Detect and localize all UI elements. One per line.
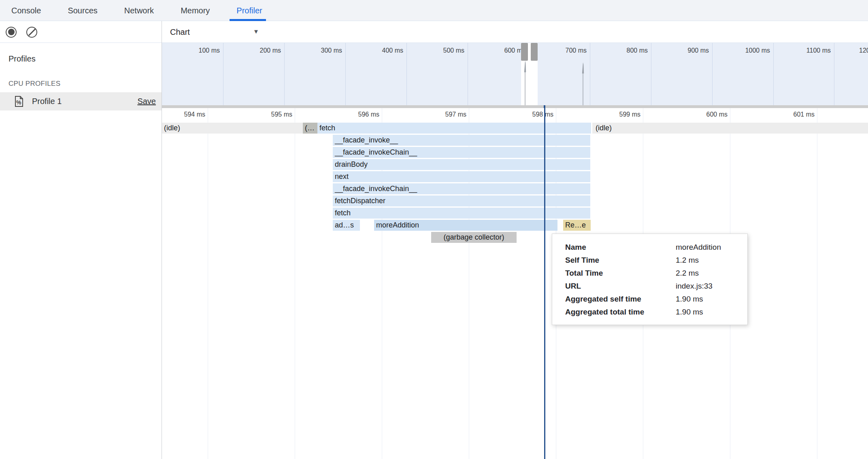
tab-memory[interactable]: Memory bbox=[181, 0, 210, 21]
tooltip-value: moreAddition bbox=[676, 241, 740, 254]
overview-tick-label: 1100 ms bbox=[770, 47, 831, 54]
overview-divider-strip bbox=[162, 105, 868, 108]
tooltip-row: URL index.js:33 bbox=[565, 280, 740, 293]
overview-gridline bbox=[834, 43, 834, 105]
save-profile-link[interactable]: Save bbox=[137, 97, 156, 106]
tooltip-value: 1.90 ms bbox=[676, 306, 740, 319]
flame-bar-facade-invokechain[interactable]: __facade_invokeChain__ bbox=[333, 147, 590, 158]
flame-bar-fetch[interactable]: fetch bbox=[317, 123, 591, 134]
selection-handle-right[interactable] bbox=[531, 43, 538, 61]
flame-bar-re[interactable]: Re…e bbox=[563, 220, 591, 231]
profiler-toolbar-left bbox=[0, 21, 162, 43]
view-mode-dropdown[interactable]: Chart ▼ bbox=[170, 21, 275, 43]
devtools-tab-bar: Console Sources Network Memory Profiler bbox=[0, 0, 868, 21]
flame-bar-drainbody[interactable]: drainBody bbox=[333, 159, 590, 170]
tooltip-row: Total Time 2.2 ms bbox=[565, 267, 740, 280]
overview-tick-label: 600 ms bbox=[465, 47, 525, 54]
profile-name: Profile 1 bbox=[32, 97, 62, 106]
profile-document-icon: % bbox=[15, 96, 23, 107]
flame-bar-idle[interactable]: (idle) bbox=[592, 123, 868, 134]
overview-tick-label: 100 ms bbox=[162, 47, 220, 54]
overview-tick-label: 200 ms bbox=[220, 47, 281, 54]
flame-gridline bbox=[295, 108, 295, 459]
cpu-activity-spike bbox=[581, 62, 585, 105]
tooltip-row: Name moreAddition bbox=[565, 241, 740, 254]
flame-bar-garbage-collector[interactable]: (garbage collector) bbox=[431, 232, 517, 243]
overview-tick-label: 900 ms bbox=[648, 47, 709, 54]
cpu-profiles-section-label: CPU PROFILES bbox=[9, 80, 60, 88]
frame-details-tooltip: Name moreAddition Self Time 1.2 ms Total… bbox=[552, 234, 748, 325]
flame-chart-panel: 100 ms 200 ms 300 ms 400 ms 500 ms 600 m… bbox=[162, 43, 868, 459]
flame-bar-fetch[interactable]: fetch bbox=[333, 208, 590, 219]
ruler-tick-label: 596 ms bbox=[319, 111, 379, 118]
current-time-marker-line bbox=[544, 108, 545, 459]
overview-tick-label: 300 ms bbox=[281, 47, 342, 54]
flame-bar-fetchdispatcher[interactable]: fetchDispatcher bbox=[333, 196, 590, 206]
view-mode-label: Chart bbox=[170, 28, 190, 37]
ruler-tick-label: 597 ms bbox=[406, 111, 466, 118]
ruler-tick-label: 599 ms bbox=[580, 111, 640, 118]
ruler-tick-label: 594 ms bbox=[162, 111, 205, 118]
overview-tick-label: 1000 ms bbox=[709, 47, 770, 54]
current-time-tick bbox=[544, 105, 545, 108]
tooltip-label: URL bbox=[565, 280, 676, 293]
tooltip-row: Aggregated total time 1.90 ms bbox=[565, 306, 740, 319]
flame-gridline bbox=[208, 108, 208, 459]
tooltip-value: 2.2 ms bbox=[676, 267, 740, 280]
sidebar-heading: Profiles bbox=[9, 54, 36, 64]
tab-sources[interactable]: Sources bbox=[68, 0, 97, 21]
tooltip-label: Self Time bbox=[565, 254, 676, 267]
timeline-overview[interactable]: 100 ms 200 ms 300 ms 400 ms 500 ms 600 m… bbox=[162, 43, 868, 105]
flame-bar-truncated[interactable]: (… bbox=[303, 123, 317, 134]
ruler-tick-label: 595 ms bbox=[232, 111, 292, 118]
tooltip-label: Aggregated total time bbox=[565, 306, 676, 319]
chevron-down-icon: ▼ bbox=[253, 28, 259, 35]
tab-console[interactable]: Console bbox=[11, 0, 41, 21]
detail-time-ruler: 594 ms 595 ms 596 ms 597 ms 598 ms 599 m… bbox=[162, 108, 868, 121]
tooltip-row: Self Time 1.2 ms bbox=[565, 254, 740, 267]
flame-gridline bbox=[817, 108, 817, 459]
selection-handle-left[interactable] bbox=[521, 43, 528, 61]
overview-tick-label: 500 ms bbox=[404, 47, 464, 54]
overview-tick-label: 800 ms bbox=[587, 47, 648, 54]
ruler-tick-label: 601 ms bbox=[754, 111, 815, 118]
profile-list-item[interactable]: % Profile 1 Save bbox=[0, 92, 162, 110]
percent-glyph: % bbox=[16, 99, 21, 106]
clear-profiles-button[interactable] bbox=[26, 27, 37, 38]
overview-tick-label: 400 ms bbox=[343, 47, 403, 54]
tab-profiler[interactable]: Profiler bbox=[236, 0, 262, 21]
tooltip-row: Aggregated self time 1.90 ms bbox=[565, 293, 740, 306]
profiles-sidebar: Profiles CPU PROFILES % Profile 1 Save bbox=[0, 43, 162, 459]
tooltip-label: Aggregated self time bbox=[565, 293, 676, 306]
flame-bar-facade-invoke[interactable]: __facade_invoke__ bbox=[333, 135, 590, 146]
flame-bar-moreaddition[interactable]: moreAddition bbox=[374, 220, 557, 231]
tooltip-label: Total Time bbox=[565, 267, 676, 280]
flame-bar-additions[interactable]: ad…s bbox=[333, 220, 360, 231]
tooltip-value: index.js:33 bbox=[676, 280, 740, 293]
tab-network[interactable]: Network bbox=[124, 0, 154, 21]
flame-bar-next[interactable]: next bbox=[333, 171, 590, 182]
tooltip-value: 1.2 ms bbox=[676, 254, 740, 267]
tooltip-value: 1.90 ms bbox=[676, 293, 740, 306]
tooltip-label: Name bbox=[565, 241, 676, 254]
overview-tick-label: 1200 ms bbox=[859, 47, 868, 54]
record-profile-button[interactable] bbox=[6, 27, 17, 38]
ruler-tick-label: 600 ms bbox=[667, 111, 728, 118]
flame-bar-idle[interactable]: (idle) bbox=[162, 123, 303, 134]
flame-bar-facade-invokechain[interactable]: __facade_invokeChain__ bbox=[333, 183, 590, 194]
